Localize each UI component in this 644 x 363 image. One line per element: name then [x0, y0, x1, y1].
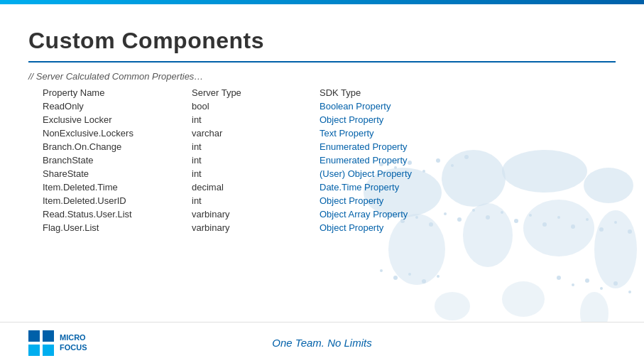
- slide-container: Custom Components // Server Calculated C…: [0, 0, 644, 363]
- table-row: Exclusive LockerintObject Property: [28, 113, 616, 126]
- sdk-type-cell: Date.Time Property: [320, 180, 616, 194]
- header-col1: Property Name: [28, 86, 192, 99]
- table-row: ShareStateint(User) Object Property: [28, 167, 616, 180]
- sdk-type-cell: Object Array Property: [320, 207, 616, 221]
- sdk-type-cell: Object Property: [320, 113, 616, 126]
- slide-header: Custom Components: [0, 4, 644, 61]
- properties-table: Property Name Server Type SDK Type ReadO…: [28, 86, 616, 234]
- svg-point-46: [628, 291, 631, 293]
- slide-footer: MICRO FOCUS One Team. No Limits: [0, 322, 644, 363]
- sdk-type-cell: Boolean Property: [320, 99, 616, 113]
- sdk-type-cell: Object Property: [320, 221, 616, 234]
- slide-content: // Server Calculated Common Properties… …: [28, 71, 616, 320]
- server-type-cell: int: [192, 153, 320, 167]
- property-name-cell: BranchState: [28, 153, 192, 167]
- sdk-type-cell: Text Property: [320, 126, 616, 140]
- server-type-cell: varbinary: [192, 221, 320, 234]
- logo-line2: FOCUS: [60, 343, 87, 352]
- property-name-cell: NonExclusive.Lockers: [28, 126, 192, 140]
- server-type-cell: varchar: [192, 126, 320, 140]
- header-divider: [28, 61, 616, 63]
- logo-text-area: MICRO FOCUS: [60, 333, 87, 352]
- svg-point-35: [628, 229, 632, 234]
- server-type-cell: int: [192, 167, 320, 180]
- property-name-cell: ReadOnly: [28, 99, 192, 113]
- table-row: Property Name Server Type SDK Type: [28, 86, 616, 99]
- microfocus-logo-icon: [28, 330, 54, 356]
- server-type-cell: decimal: [192, 180, 320, 194]
- logo-line1: MICRO: [60, 333, 87, 342]
- tagline-text: One Team. No Limits: [272, 337, 371, 349]
- slide-title: Custom Components: [28, 28, 264, 54]
- property-name-cell: Item.Deleted.Time: [28, 180, 192, 194]
- table-row: Read.Status.User.ListvarbinaryObject Arr…: [28, 207, 616, 221]
- table-row: Branch.On.ChangeintEnumerated Property: [28, 140, 616, 153]
- table-row: BranchStateintEnumerated Property: [28, 153, 616, 167]
- sdk-type-cell: (User) Object Property: [320, 167, 616, 180]
- table-row: ReadOnlyboolBoolean Property: [28, 99, 616, 113]
- logo-area: MICRO FOCUS: [28, 330, 87, 356]
- server-type-cell: varbinary: [192, 207, 320, 221]
- table-row: Flag.User.List varbinaryObject Property: [28, 221, 616, 234]
- property-name-cell: ShareState: [28, 167, 192, 180]
- table-body: Property Name Server Type SDK Type ReadO…: [28, 86, 616, 234]
- server-type-cell: int: [192, 113, 320, 126]
- server-type-cell: bool: [192, 99, 320, 113]
- property-name-cell: Exclusive Locker: [28, 113, 192, 126]
- header-col2: Server Type: [192, 86, 320, 99]
- server-type-cell: int: [192, 194, 320, 207]
- sdk-type-cell: Enumerated Property: [320, 153, 616, 167]
- server-type-cell: int: [192, 140, 320, 153]
- svg-rect-47: [28, 330, 40, 342]
- svg-rect-49: [28, 345, 40, 356]
- property-name-cell: Branch.On.Change: [28, 140, 192, 153]
- table-row: NonExclusive.LockersvarcharText Property: [28, 126, 616, 140]
- svg-rect-50: [43, 345, 54, 356]
- property-name-cell: Item.Deleted.UserID: [28, 194, 192, 207]
- property-name-cell: Flag.User.List: [28, 221, 192, 234]
- table-row: Item.Deleted.UserIDintObject Property: [28, 194, 616, 207]
- comment-text: // Server Calculated Common Properties…: [28, 71, 616, 82]
- sdk-type-cell: Enumerated Property: [320, 140, 616, 153]
- header-col3: SDK Type: [320, 86, 616, 99]
- sdk-type-cell: Object Property: [320, 194, 616, 207]
- table-row: Item.Deleted.TimedecimalDate.Time Proper…: [28, 180, 616, 194]
- property-name-cell: Read.Status.User.List: [28, 207, 192, 221]
- svg-rect-48: [43, 330, 54, 342]
